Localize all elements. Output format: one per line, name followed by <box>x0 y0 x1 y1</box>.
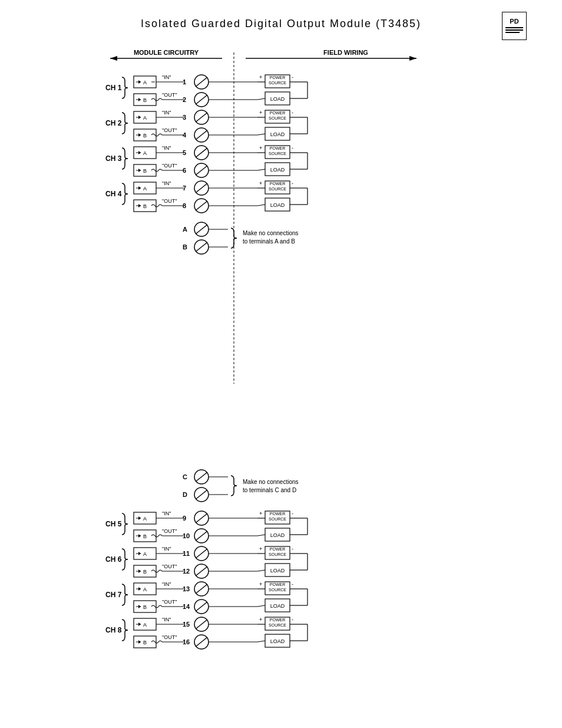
svg-text:LOAD: LOAD <box>270 603 285 609</box>
svg-text:POWER: POWER <box>270 75 285 80</box>
svg-text:+: + <box>259 145 262 151</box>
svg-text:MODULE  CIRCUITRY: MODULE CIRCUITRY <box>134 49 199 56</box>
svg-text:Make no connections: Make no connections <box>243 230 299 236</box>
wiring-diagram-top: MODULE CIRCUITRY FIELD WIRING CH 1 A "IN… <box>75 42 487 443</box>
svg-text:POWER: POWER <box>270 512 285 516</box>
diagram-area-bottom: C D Make no connections to terminals C a… <box>0 449 562 728</box>
svg-text:LOAD: LOAD <box>270 167 285 173</box>
svg-text:CH 4: CH 4 <box>105 190 122 198</box>
svg-text:2: 2 <box>183 96 186 103</box>
svg-line-258 <box>257 605 265 607</box>
svg-text:B: B <box>143 604 147 610</box>
wiring-diagram-bottom: C D Make no connections to terminals C a… <box>75 454 487 728</box>
svg-text:"IN": "IN" <box>162 617 171 622</box>
svg-text:6: 6 <box>183 167 186 174</box>
svg-text:"IN": "IN" <box>162 510 171 516</box>
svg-text:CH 7: CH 7 <box>105 591 122 599</box>
svg-text:CH 2: CH 2 <box>105 119 122 127</box>
svg-text:SOURCE: SOURCE <box>269 187 286 191</box>
svg-text:A: A <box>143 80 147 85</box>
svg-line-225 <box>257 570 265 571</box>
svg-text:-: - <box>292 110 293 116</box>
svg-text:B: B <box>143 133 147 139</box>
svg-text:SOURCE: SOURCE <box>269 623 286 627</box>
svg-text:POWER: POWER <box>270 146 285 150</box>
svg-text:A: A <box>143 150 147 156</box>
svg-text:B: B <box>143 640 147 645</box>
svg-text:FIELD  WIRING: FIELD WIRING <box>323 49 368 56</box>
svg-text:10: 10 <box>183 532 190 539</box>
svg-text:-: - <box>292 617 293 622</box>
svg-text:A: A <box>183 226 187 233</box>
svg-text:LOAD: LOAD <box>270 131 285 137</box>
svg-text:"OUT": "OUT" <box>162 163 177 169</box>
svg-text:11: 11 <box>183 550 190 557</box>
svg-text:POWER: POWER <box>270 582 285 587</box>
svg-text:"OUT": "OUT" <box>162 92 177 98</box>
svg-line-291 <box>257 641 265 642</box>
svg-line-192 <box>257 535 265 536</box>
svg-text:3: 3 <box>183 114 186 121</box>
svg-text:POWER: POWER <box>270 182 285 186</box>
svg-line-40 <box>257 98 265 100</box>
svg-text:A: A <box>143 551 147 557</box>
svg-text:POWER: POWER <box>270 111 285 115</box>
svg-text:B: B <box>143 569 147 575</box>
svg-text:+: + <box>259 180 262 186</box>
svg-text:"IN": "IN" <box>162 74 171 80</box>
pd-icon-lines <box>505 26 523 34</box>
svg-text:CH 5: CH 5 <box>105 520 122 528</box>
svg-text:POWER: POWER <box>270 547 285 551</box>
svg-text:LOAD: LOAD <box>270 568 285 574</box>
svg-text:LOAD: LOAD <box>270 202 285 208</box>
svg-text:SOURCE: SOURCE <box>269 81 286 85</box>
svg-line-139 <box>257 205 265 206</box>
svg-text:"OUT": "OUT" <box>162 634 177 640</box>
svg-text:8: 8 <box>183 202 186 209</box>
svg-text:13: 13 <box>183 585 190 592</box>
svg-text:"OUT": "OUT" <box>162 127 177 133</box>
svg-text:"IN": "IN" <box>162 145 171 151</box>
pd-icon-label: PD <box>510 18 518 25</box>
svg-text:C: C <box>183 473 187 480</box>
svg-text:15: 15 <box>183 621 190 628</box>
svg-text:"IN": "IN" <box>162 546 171 552</box>
svg-text:to terminals C and D: to terminals C and D <box>243 487 296 493</box>
svg-text:-: - <box>292 510 293 516</box>
svg-text:"IN": "IN" <box>162 581 171 587</box>
svg-text:B: B <box>183 243 187 251</box>
svg-text:"IN": "IN" <box>162 110 171 116</box>
svg-text:SOURCE: SOURCE <box>269 552 286 556</box>
svg-text:SOURCE: SOURCE <box>269 517 286 521</box>
svg-text:B: B <box>143 168 147 174</box>
svg-text:CH 3: CH 3 <box>105 154 122 163</box>
svg-text:"OUT": "OUT" <box>162 599 177 605</box>
svg-text:LOAD: LOAD <box>270 532 285 538</box>
svg-text:-: - <box>292 145 293 151</box>
svg-text:"OUT": "OUT" <box>162 528 177 534</box>
svg-text:SOURCE: SOURCE <box>269 116 286 120</box>
svg-text:A: A <box>143 622 147 628</box>
svg-text:-: - <box>292 546 293 552</box>
svg-text:+: + <box>259 581 262 587</box>
svg-text:A: A <box>143 115 147 121</box>
svg-text:1: 1 <box>183 78 186 85</box>
diagram-area: MODULE CIRCUITRY FIELD WIRING CH 1 A "IN… <box>0 36 562 449</box>
svg-text:LOAD: LOAD <box>270 638 285 644</box>
svg-text:A: A <box>143 516 147 522</box>
svg-text:SOURCE: SOURCE <box>269 588 286 592</box>
svg-text:A: A <box>143 186 147 192</box>
svg-text:SOURCE: SOURCE <box>269 151 286 156</box>
svg-marker-2 <box>110 56 117 61</box>
svg-text:B: B <box>143 533 147 539</box>
svg-text:+: + <box>259 110 262 116</box>
svg-text:"OUT": "OUT" <box>162 564 177 569</box>
svg-text:CH 8: CH 8 <box>105 626 122 634</box>
svg-text:4: 4 <box>183 131 187 139</box>
svg-text:+: + <box>259 74 262 80</box>
svg-text:POWER: POWER <box>270 618 285 622</box>
svg-text:12: 12 <box>183 568 190 575</box>
svg-text:B: B <box>143 97 147 103</box>
svg-text:LOAD: LOAD <box>270 96 285 102</box>
svg-text:16: 16 <box>183 638 190 645</box>
